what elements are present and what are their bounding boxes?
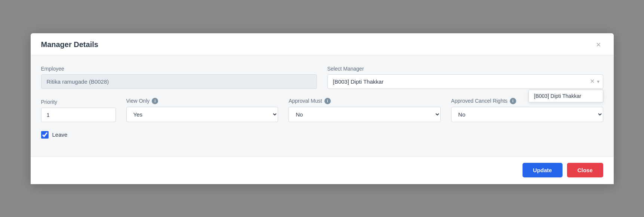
form-row-2: Priority View Only i Yes No Approval M xyxy=(41,98,603,122)
view-only-select[interactable]: Yes No xyxy=(126,107,278,122)
modal-title: Manager Details xyxy=(41,40,98,49)
leave-checkbox[interactable] xyxy=(41,131,49,139)
manager-suggestion-dropdown[interactable]: [B003] Dipti Thakkar xyxy=(529,90,603,102)
approved-cancel-info-icon: i xyxy=(510,98,516,104)
leave-label: Leave xyxy=(52,131,68,138)
employee-label: Employee xyxy=(41,66,317,72)
manager-field-wrapper: ✕ ▾ [B003] Dipti Thakkar xyxy=(327,74,603,89)
manager-clear-button[interactable]: ✕ xyxy=(590,78,595,84)
close-button[interactable]: Close xyxy=(567,163,603,177)
view-only-group: View Only i Yes No xyxy=(126,98,278,122)
manager-input[interactable] xyxy=(327,74,603,89)
form-row-1: Employee Select Manager ✕ ▾ xyxy=(41,66,603,89)
approval-must-info-icon: i xyxy=(324,98,331,104)
clear-icon: ✕ xyxy=(590,78,595,84)
manager-dropdown-arrow-icon[interactable]: ▾ xyxy=(597,78,600,84)
modal-header: Manager Details × xyxy=(31,33,614,55)
modal-footer: Update Close xyxy=(31,156,614,184)
approved-cancel-select[interactable]: Yes No xyxy=(451,107,603,122)
employee-input xyxy=(41,74,317,89)
modal-body: Employee Select Manager ✕ ▾ xyxy=(31,55,614,156)
view-only-label: View Only i xyxy=(126,98,278,104)
priority-group: Priority xyxy=(41,99,116,122)
update-button[interactable]: Update xyxy=(523,163,563,177)
select-manager-group: Select Manager ✕ ▾ [B003] Dipti Thakkar xyxy=(327,66,603,89)
priority-input[interactable] xyxy=(41,108,116,122)
employee-group: Employee xyxy=(41,66,317,89)
view-only-info-icon: i xyxy=(152,98,158,104)
select-manager-label: Select Manager xyxy=(327,66,603,72)
manager-suggestion-text: [B003] Dipti Thakkar xyxy=(534,93,582,99)
approval-must-label: Approval Must i xyxy=(289,98,441,104)
approval-must-select[interactable]: Yes No xyxy=(289,107,441,122)
modal-overlay: Manager Details × Employee Select Manage… xyxy=(0,0,644,217)
modal-close-button[interactable]: × xyxy=(594,40,603,50)
approval-must-group: Approval Must i Yes No xyxy=(289,98,441,122)
manager-details-modal: Manager Details × Employee Select Manage… xyxy=(31,33,614,184)
priority-label: Priority xyxy=(41,99,116,105)
leave-checkbox-row: Leave xyxy=(41,131,603,139)
manager-icons: ✕ ▾ xyxy=(590,78,600,84)
